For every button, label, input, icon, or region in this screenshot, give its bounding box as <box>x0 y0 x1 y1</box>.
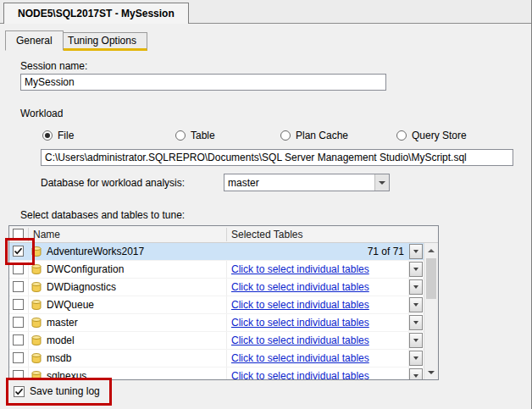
databases-table: Name Selected Tables AdventureWorks2017 … <box>8 225 439 380</box>
chevron-down-icon <box>413 268 418 271</box>
tab-general[interactable]: General <box>5 30 64 51</box>
database-name: DWDiagnostics <box>47 281 116 293</box>
select-tables-link[interactable]: Click to select individual tables <box>231 334 369 346</box>
table-scrollbar[interactable] <box>424 243 438 379</box>
row-tables-dropdown-button[interactable] <box>409 244 423 259</box>
select-tables-link[interactable]: Click to select individual tables <box>231 263 369 275</box>
database-name: AdventureWorks2017 <box>47 246 144 257</box>
document-tab-title: NODE5\SQL2017ST - MySession <box>18 8 175 19</box>
radio-file[interactable]: File <box>42 130 74 141</box>
radio-query-store-circle-icon <box>396 130 407 141</box>
chevron-down-icon <box>413 285 418 289</box>
database-analysis-combobox[interactable]: master <box>224 174 390 191</box>
radio-file-label: File <box>58 130 74 141</box>
database-name: model <box>47 334 75 346</box>
chevron-down-icon <box>413 303 418 307</box>
table-row[interactable]: msdb Click to select individual tables <box>9 350 424 368</box>
database-icon <box>30 299 42 311</box>
database-name: sqlnexus <box>47 370 86 380</box>
scroll-up-button[interactable] <box>424 243 438 257</box>
row-checkbox[interactable] <box>13 317 24 328</box>
row-tables-dropdown-button[interactable] <box>409 279 423 295</box>
radio-table[interactable]: Table <box>175 130 215 141</box>
row-checkbox[interactable] <box>13 352 24 363</box>
table-row[interactable]: model Click to select individual tables <box>9 332 424 350</box>
scroll-down-button[interactable] <box>424 365 438 379</box>
save-tuning-log-label: Save tuning log <box>30 385 100 397</box>
arrow-down-icon <box>428 371 435 374</box>
radio-plan-cache[interactable]: Plan Cache <box>280 130 348 141</box>
radio-plan-cache-circle-icon <box>280 130 291 141</box>
row-tables-dropdown-button[interactable] <box>409 333 423 348</box>
row-tables-dropdown-button[interactable] <box>409 262 423 277</box>
row-checkbox[interactable] <box>13 281 24 292</box>
chevron-down-icon <box>413 321 418 324</box>
tab-tuning-options[interactable]: Tuning Options <box>57 32 147 51</box>
chevron-down-icon <box>379 181 385 185</box>
table-row[interactable]: DWQueue Click to select individual table… <box>9 296 424 314</box>
tab-general-label: General <box>16 35 53 47</box>
database-icon <box>30 263 42 275</box>
table-row[interactable]: AdventureWorks2017 71 of 71 <box>9 243 424 261</box>
row-checkbox[interactable] <box>13 370 24 380</box>
session-name-label: Session name: <box>20 60 87 72</box>
row-tables-dropdown-button[interactable] <box>409 368 423 380</box>
radio-query-store-label: Query Store <box>412 130 467 141</box>
row-tables-dropdown-button[interactable] <box>409 297 423 312</box>
session-name-input[interactable] <box>20 74 386 91</box>
database-icon <box>30 281 42 293</box>
scrollbar-thumb[interactable] <box>426 258 436 299</box>
select-tables-link[interactable]: Click to select individual tables <box>231 281 369 293</box>
table-header: Name Selected Tables <box>9 226 438 243</box>
database-icon <box>30 334 42 346</box>
table-row[interactable]: DWDiagnostics Click to select individual… <box>9 279 424 296</box>
radio-file-circle-icon <box>42 130 53 141</box>
select-tables-link[interactable]: Click to select individual tables <box>231 299 369 311</box>
selected-tables-count: 71 of 71 <box>226 246 404 257</box>
database-icon <box>30 246 42 257</box>
chevron-down-icon <box>413 374 418 378</box>
database-icon <box>30 352 42 364</box>
radio-query-store[interactable]: Query Store <box>396 130 467 141</box>
database-icon <box>30 370 42 380</box>
workload-label: Workload <box>20 108 63 119</box>
database-name: DWConfiguration <box>47 263 124 275</box>
database-combobox-dropdown-button[interactable] <box>374 174 389 191</box>
chevron-down-icon <box>413 250 418 253</box>
table-row[interactable]: DWConfiguration Click to select individu… <box>9 261 424 279</box>
save-tuning-log-option[interactable]: Save tuning log <box>14 385 100 397</box>
column-header-name: Name <box>33 229 60 240</box>
select-tables-link[interactable]: Click to select individual tables <box>231 317 369 329</box>
select-tables-link[interactable]: Click to select individual tables <box>231 370 369 380</box>
header-select-all-checkbox[interactable] <box>13 229 24 240</box>
row-checkbox[interactable] <box>13 299 24 310</box>
table-row[interactable]: sqlnexus Click to select individual tabl… <box>9 368 424 380</box>
header-separator <box>28 228 29 241</box>
column-header-selected-tables: Selected Tables <box>231 229 303 240</box>
check-icon <box>14 387 24 396</box>
database-analysis-value: master <box>224 177 374 189</box>
radio-plan-cache-label: Plan Cache <box>296 130 348 141</box>
radio-table-label: Table <box>191 130 215 141</box>
row-tables-dropdown-button[interactable] <box>409 351 423 366</box>
document-tab-bar: NODE5\SQL2017ST - MySession <box>0 0 531 24</box>
tab-tuning-options-label: Tuning Options <box>68 35 136 47</box>
database-name: master <box>47 317 78 329</box>
row-checkbox-checked[interactable] <box>13 246 24 257</box>
workload-file-path-input[interactable] <box>41 149 513 166</box>
row-checkbox[interactable] <box>13 263 24 274</box>
radio-table-circle-icon <box>175 130 186 141</box>
database-icon <box>30 317 42 329</box>
select-databases-label: Select databases and tables to tune: <box>20 209 185 221</box>
dta-session-window: NODE5\SQL2017ST - MySession General Tuni… <box>0 0 532 409</box>
select-tables-link[interactable]: Click to select individual tables <box>231 352 369 364</box>
row-tables-dropdown-button[interactable] <box>409 315 423 330</box>
table-row[interactable]: master Click to select individual tables <box>9 314 424 332</box>
chevron-down-icon <box>413 339 418 342</box>
row-checkbox[interactable] <box>13 334 24 345</box>
document-tab[interactable]: NODE5\SQL2017ST - MySession <box>3 3 189 24</box>
chevron-down-icon <box>413 356 418 360</box>
save-tuning-log-checkbox[interactable] <box>14 386 25 397</box>
check-icon <box>14 246 23 256</box>
header-separator <box>226 228 227 241</box>
